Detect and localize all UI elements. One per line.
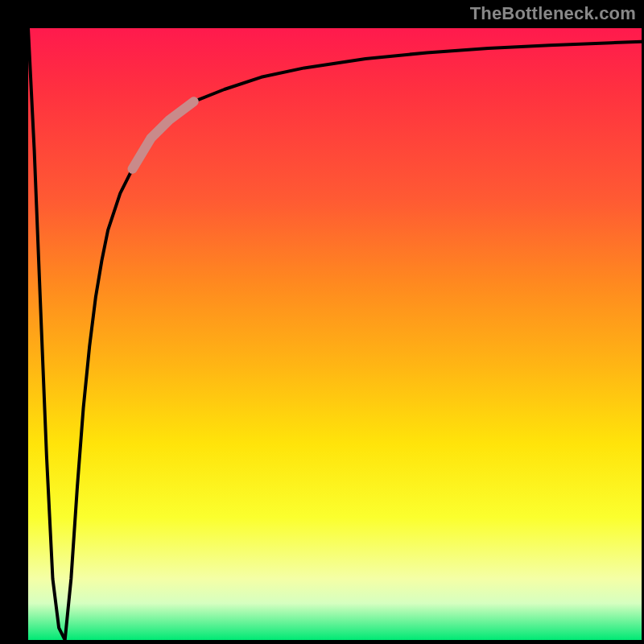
bottleneck-curve-svg xyxy=(28,28,642,640)
watermark-text: TheBottleneck.com xyxy=(470,3,636,24)
chart-frame: TheBottleneck.com xyxy=(0,0,644,644)
bottleneck-curve-path xyxy=(28,28,642,640)
curve-highlight-segment xyxy=(133,101,194,169)
